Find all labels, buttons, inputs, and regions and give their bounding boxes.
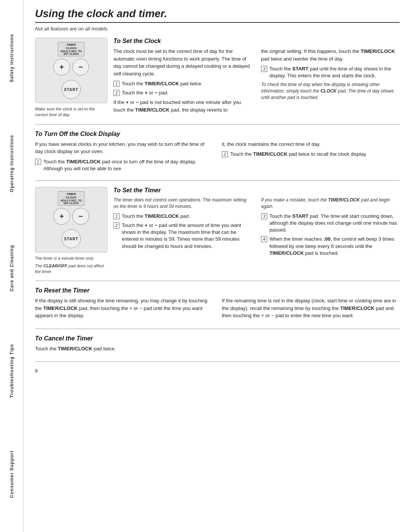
timer-clock-box: TIMERCLOCK HOLD 3 SEC. TOSET CLOCK xyxy=(58,42,84,56)
set-timer-right-note: If you make a mistake, touch the TIMER/C… xyxy=(261,197,400,210)
clock-image-caption: Make sure the clock is set to the correc… xyxy=(35,106,107,118)
turn-off-two-col: If you have several clocks in your kitch… xyxy=(35,141,400,174)
set-clock-right: the original setting. If this happens, t… xyxy=(261,48,400,117)
set-clock-left: The clock must be set to the correct tim… xyxy=(113,48,252,117)
set-timer-title: To Set the Timer xyxy=(113,187,400,194)
sidebar-label-consumer: Consumer Support xyxy=(9,451,14,498)
cancel-timer-title: To Cancel the Timer xyxy=(35,335,400,342)
sidebar: Safety Instructions Operating Instructio… xyxy=(0,0,24,532)
set-clock-step3: 3 Touch the START pad until the time of … xyxy=(261,66,400,79)
set-timer-two-col: The timer does not control oven operatio… xyxy=(113,197,400,259)
plus-button2[interactable]: + xyxy=(53,208,70,225)
set-clock-body1: The clock must be set to the correct tim… xyxy=(113,48,252,77)
set-timer-right: If you make a mistake, touch the TIMER/C… xyxy=(261,197,400,259)
plus-minus-row2: + − xyxy=(53,208,89,225)
page-container: Safety Instructions Operating Instructio… xyxy=(0,0,411,532)
set-timer-step4: 4 When the timer reaches :00, the contro… xyxy=(261,236,400,257)
timer-label2: TIMERCLOCK xyxy=(61,192,82,199)
set-clock-title: To Set the Clock xyxy=(113,38,400,45)
section-set-clock: TIMERCLOCK HOLD 3 SEC. TOSET CLOCK + − S… xyxy=(35,38,400,125)
plus-button[interactable]: + xyxy=(53,59,70,75)
reset-timer-title: To Reset the Timer xyxy=(35,287,400,294)
sidebar-label-troubleshooting: Troubleshooting Tips xyxy=(9,344,14,398)
turn-off-step2: 2 Touch the TIMER/CLOCK pad twice to rec… xyxy=(222,151,400,158)
turn-off-body1: If you have several clocks in your kitch… xyxy=(35,141,213,155)
reset-timer-right: If the remaining time is not in the disp… xyxy=(222,297,400,323)
plus-minus-row: + − xyxy=(53,59,89,75)
control-panel-clock: TIMERCLOCK HOLD 3 SEC. TOSET CLOCK + − S… xyxy=(35,38,107,103)
set-clock-right-body1: the original setting. If this happens, t… xyxy=(261,48,400,62)
set-timer-step2: 2 Touch the + or − pad until the amount … xyxy=(113,222,252,250)
reset-timer-body-right: If the remaining time is not in the disp… xyxy=(222,297,400,320)
timer-image-caption2: The CLEAR/OFF pad does not affect the ti… xyxy=(35,263,107,275)
page-number: 8 xyxy=(35,368,400,374)
turn-off-right-body1: it, the clock maintains the correct time… xyxy=(222,141,400,148)
turn-off-title: To Turn Off the Clock Display xyxy=(35,131,400,137)
section-set-clock-layout: TIMERCLOCK HOLD 3 SEC. TOSET CLOCK + − S… xyxy=(35,38,400,118)
set-clock-step1: 1 Touch the TIMER/CLOCK pad twice. xyxy=(113,80,252,87)
cancel-timer-body: Touch the TIMER/CLOCK pad twice. xyxy=(35,345,400,353)
section-set-timer-layout: TIMERCLOCK HOLD 3 SEC. TOSET CLOCK + − S… xyxy=(35,187,400,275)
minus-button2[interactable]: − xyxy=(72,208,89,225)
hold-label: HOLD 3 SEC. TOSET CLOCK xyxy=(61,50,82,55)
sidebar-label-safety: Safety Instructions xyxy=(9,34,14,82)
set-timer-step3: 3 Touch the START pad. The time will sta… xyxy=(261,213,400,234)
start-button2[interactable]: START xyxy=(62,229,81,248)
reset-timer-left: If the display is still showing the time… xyxy=(35,297,213,323)
reset-timer-body-left: If the display is still showing the time… xyxy=(35,297,213,320)
timer-image-caption1: The timer is a minute timer only. xyxy=(35,256,107,261)
timer-clock-box2: TIMERCLOCK HOLD 3 SEC. TOSET CLOCK xyxy=(58,191,84,206)
set-clock-note: To check the time of day when the displa… xyxy=(261,81,400,101)
set-timer-main: To Set the Timer The timer does not cont… xyxy=(113,187,400,275)
set-timer-left: The timer does not control oven operatio… xyxy=(113,197,252,259)
turn-off-left: If you have several clocks in your kitch… xyxy=(35,141,213,174)
start-button[interactable]: START xyxy=(62,80,81,99)
sidebar-label-care: Care and Cleaning xyxy=(9,245,14,291)
set-clock-step2: 2 Touch the + or − pad. xyxy=(113,89,252,96)
section-cancel-timer: To Cancel the Timer Touch the TIMER/CLOC… xyxy=(35,335,400,362)
section-turn-off: To Turn Off the Clock Display If you hav… xyxy=(35,131,400,181)
sidebar-label-operating: Operating Instructions xyxy=(9,135,14,192)
set-timer-step1: 1 Touch the TIMER/CLOCK pad. xyxy=(113,213,252,220)
turn-off-step1: 1 Touch the TIMER/CLOCK pad once to turn… xyxy=(35,158,213,172)
hold-label2: HOLD 3 SEC. TOSET CLOCK xyxy=(61,199,82,204)
timer-image-col: TIMERCLOCK HOLD 3 SEC. TOSET CLOCK + − S… xyxy=(35,187,107,275)
reset-timer-two-col: If the display is still showing the time… xyxy=(35,297,400,323)
set-clock-two-col: The clock must be set to the correct tim… xyxy=(113,48,400,117)
set-clock-body2: If the + or − pad is not touched within … xyxy=(113,99,252,113)
main-content: Using the clock and timer. Not all featu… xyxy=(24,0,411,532)
clock-image-col: TIMERCLOCK HOLD 3 SEC. TOSET CLOCK + − S… xyxy=(35,38,107,118)
set-timer-note: The timer does not control oven operatio… xyxy=(113,197,252,210)
set-clock-main: To Set the Clock The clock must be set t… xyxy=(113,38,400,118)
subtitle: Not all features are on all models. xyxy=(35,26,400,32)
timer-clock-label: TIMERCLOCK xyxy=(61,43,82,50)
turn-off-right: it, the clock maintains the correct time… xyxy=(222,141,400,174)
page-title: Using the clock and timer. xyxy=(35,8,400,23)
section-reset-timer: To Reset the Timer If the display is sti… xyxy=(35,287,400,329)
control-panel-timer: TIMERCLOCK HOLD 3 SEC. TOSET CLOCK + − S… xyxy=(35,187,107,252)
minus-button[interactable]: − xyxy=(72,59,89,75)
section-set-timer: TIMERCLOCK HOLD 3 SEC. TOSET CLOCK + − S… xyxy=(35,187,400,281)
